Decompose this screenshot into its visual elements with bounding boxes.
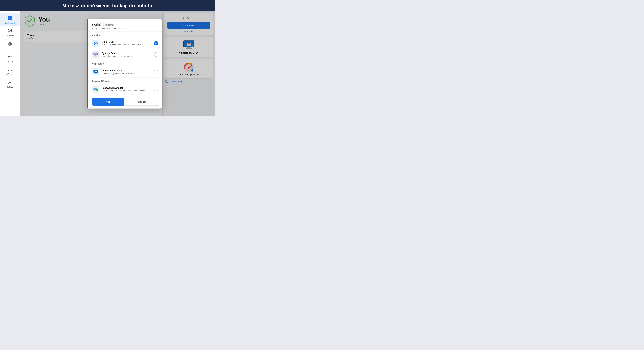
sidebar-item-privacy[interactable]: Privacy — [0, 39, 20, 52]
password-manager-item[interactable]: Password Manager Securely manage passwor… — [92, 84, 158, 95]
modal-body: Antivirus — [88, 32, 162, 95]
svg-rect-3 — [10, 18, 12, 20]
sidebar: Dashboard Protection Priva — [0, 12, 20, 116]
sidebar-item-notifications-label: Notifications — [5, 73, 15, 75]
quick-actions-modal: Quick actions Pin what you use most to t… — [88, 19, 162, 109]
svg-rect-37 — [95, 55, 96, 56]
quick-scan-desc: Run a lightweight scan for your peace of… — [102, 44, 152, 46]
svg-rect-38 — [94, 56, 97, 56]
modal-subtitle: Pin what you use most to the dashboard. — [92, 27, 158, 30]
quick-scan-item[interactable]: Quick Scan Run a lightweight scan for yo… — [92, 38, 158, 49]
system-scan-icon — [92, 51, 99, 58]
settings-icon — [7, 79, 13, 85]
svg-rect-2 — [8, 18, 10, 20]
section-label-vulnerability: Vulnerability — [92, 60, 158, 66]
system-scan-item[interactable]: System Scan Run a deep analysis of your … — [92, 49, 158, 60]
content-area: You We're lo Threat data's ‹ 1/5 › — [20, 12, 215, 116]
quick-scan-checkbox[interactable] — [154, 41, 158, 45]
vulnerability-scan-checkbox[interactable] — [154, 70, 158, 74]
sidebar-item-utilities[interactable]: Utilities — [0, 52, 20, 64]
protection-icon — [7, 28, 13, 34]
modal-footer: Add Cancel — [88, 95, 162, 109]
system-scan-checkbox[interactable] — [154, 52, 158, 57]
svg-point-45 — [96, 71, 96, 72]
svg-point-11 — [9, 82, 10, 83]
sidebar-item-settings[interactable]: Settings — [0, 77, 20, 90]
quick-scan-title: Quick Scan — [102, 41, 152, 43]
quick-scan-icon — [92, 40, 99, 47]
password-manager-title: Password Manager — [102, 86, 152, 89]
svg-rect-43 — [94, 73, 97, 74]
sidebar-item-settings-label: Settings — [6, 86, 13, 88]
vulnerability-scan-item[interactable]: Vulnerability Scan Check your system for… — [92, 66, 158, 78]
system-scan-title: System Scan — [102, 52, 152, 54]
sidebar-item-utilities-label: Utilities — [7, 60, 13, 62]
sidebar-item-protection[interactable]: Protection — [0, 26, 20, 39]
modal-title: Quick actions — [92, 23, 158, 27]
password-manager-text: Password Manager Securely manage passwor… — [102, 86, 152, 92]
system-scan-text: System Scan Run a deep analysis of your … — [102, 52, 152, 57]
svg-rect-1 — [10, 16, 12, 18]
vulnerability-scan-text: Vulnerability Scan Check your system for… — [102, 69, 152, 75]
password-manager-icon — [92, 86, 99, 93]
password-manager-desc: Securely manage passwords on all your de… — [102, 89, 152, 92]
sidebar-item-notifications[interactable]: Notifications — [0, 64, 20, 77]
modal-content: Quick actions Pin what you use most to t… — [88, 19, 162, 109]
vulnerability-scan-desc: Check your system for vulnerabilities — [102, 72, 152, 75]
notifications-icon — [7, 66, 13, 72]
quick-scan-text: Quick Scan Run a lightweight scan for yo… — [102, 41, 152, 46]
svg-rect-42 — [95, 73, 96, 73]
section-label-password-manager: Password Manager — [92, 78, 158, 84]
svg-rect-36 — [94, 53, 98, 55]
sidebar-item-privacy-label: Privacy — [7, 48, 13, 50]
top-banner: Możesz dodać więcej funkcji do pulpitu — [0, 0, 215, 12]
sidebar-item-dashboard[interactable]: Dashboard — [0, 13, 20, 26]
password-manager-checkbox[interactable] — [154, 87, 158, 91]
banner-text: Możesz dodać więcej funkcji do pulpitu — [62, 3, 152, 8]
dashboard-icon — [7, 15, 13, 21]
vulnerability-scan-title: Vulnerability Scan — [102, 69, 152, 72]
vulnerability-scan-icon — [92, 68, 99, 75]
svg-rect-0 — [8, 16, 10, 18]
system-scan-desc: Run a deep analysis of your device — [102, 55, 152, 57]
section-label-antivirus: Antivirus — [92, 32, 158, 38]
utilities-icon — [7, 54, 13, 60]
add-button[interactable]: Add — [92, 98, 124, 106]
sidebar-item-protection-label: Protection — [6, 35, 14, 37]
sidebar-item-dashboard-label: Dashboard — [5, 22, 15, 24]
svg-point-32 — [96, 43, 96, 44]
cancel-button[interactable]: Cancel — [126, 98, 158, 106]
privacy-icon — [7, 41, 13, 47]
svg-point-7 — [10, 43, 10, 44]
modal-header: Quick actions Pin what you use most to t… — [88, 19, 162, 32]
